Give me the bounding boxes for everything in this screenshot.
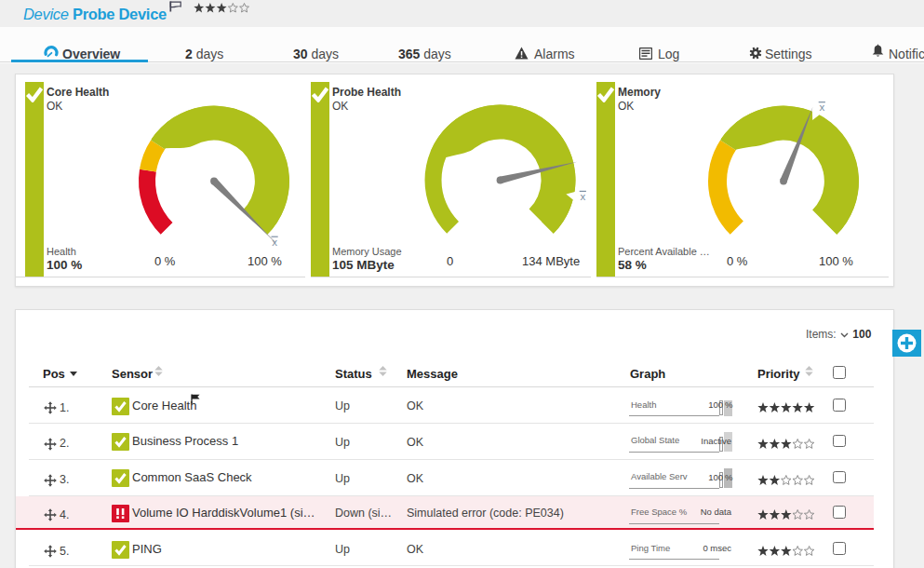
- svg-text:x: x: [272, 237, 277, 248]
- svg-text:x: x: [819, 101, 824, 113]
- svg-text:x: x: [580, 191, 585, 202]
